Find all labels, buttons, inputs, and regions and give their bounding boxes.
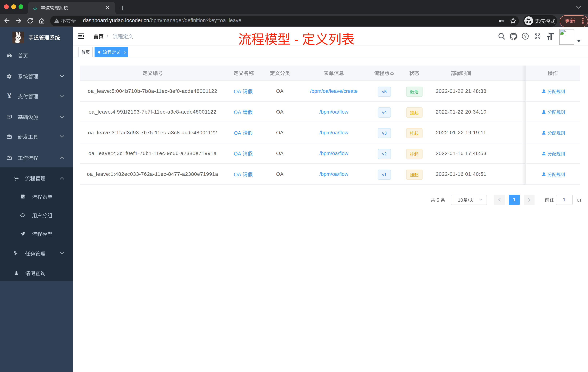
svg-text:?: ? bbox=[524, 34, 526, 38]
